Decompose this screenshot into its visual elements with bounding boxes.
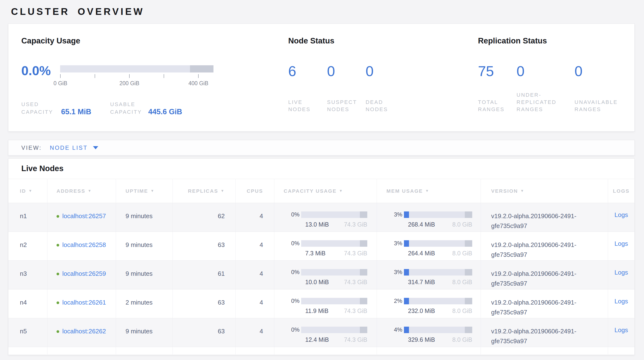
bar-nonusable-segment xyxy=(465,298,472,304)
empty-cell xyxy=(48,347,116,354)
axis-tick-label: 400 GiB xyxy=(188,80,208,87)
bar-nonusable-segment xyxy=(360,240,367,247)
node-uptime: 2 minutes xyxy=(116,289,173,318)
suspect-nodes-label: SUSPECT NODES xyxy=(327,99,356,113)
node-mem-usage-cell: 3% 268.4 MiB8.0 GiB xyxy=(377,203,481,232)
node-uptime: 9 minutes xyxy=(116,232,173,260)
logs-link[interactable]: Logs xyxy=(614,298,628,305)
chevron-down-icon xyxy=(93,146,98,149)
column-label: REPLICAS xyxy=(188,188,218,194)
node-replicas: 63 xyxy=(173,318,236,347)
column-header-id[interactable]: ID▼ xyxy=(8,179,48,203)
sort-desc-icon: ▼ xyxy=(425,189,429,193)
column-label: UPTIME xyxy=(126,188,148,194)
node-uptime: 9 minutes xyxy=(116,203,173,232)
logs-link[interactable]: Logs xyxy=(614,326,628,334)
column-header-address[interactable]: ADDRESS▼ xyxy=(48,179,116,203)
node-replicas: 62 xyxy=(173,203,236,232)
bar-fill xyxy=(404,327,409,333)
node-address-link[interactable]: localhost:26261 xyxy=(62,299,106,306)
column-header-replicas[interactable]: REPLICAS▼ xyxy=(173,179,236,203)
bar-nonusable-segment xyxy=(465,269,472,276)
view-selected-value: NODE LIST xyxy=(50,144,88,151)
column-header-version[interactable]: VERSION▼ xyxy=(481,179,608,203)
used-capacity-label: USED CAPACITY xyxy=(21,101,61,116)
capacity-percent-label: 0% xyxy=(284,211,300,218)
capacity-percent-label: 0% xyxy=(284,298,300,304)
axis-tick xyxy=(164,74,164,78)
table-row: n1 localhost:26257 9 minutes 62 4 0% 13.… xyxy=(8,203,634,232)
table-header-row: ID▼ ADDRESS▼ UPTIME▼ REPLICAS▼ CPUS CAPA… xyxy=(8,179,634,203)
node-capacity-usage-cell: 0% 13.0 MiB74.3 GiB xyxy=(274,203,377,232)
bar-nonusable-segment xyxy=(465,212,472,218)
sort-desc-icon: ▼ xyxy=(221,189,225,193)
empty-cell xyxy=(608,347,634,354)
logs-link[interactable]: Logs xyxy=(614,269,628,276)
node-logs-cell: Logs xyxy=(608,203,634,232)
mem-total-value: 8.0 GiB xyxy=(452,250,472,257)
table-row: n5 localhost:26262 9 minutes 63 4 0% 12.… xyxy=(8,318,634,347)
logs-link[interactable]: Logs xyxy=(614,240,628,247)
replication-status-section: Replication Status 75 0 0 TOTAL RANGES U… xyxy=(478,36,634,131)
bar-fill xyxy=(404,212,409,218)
axis-tick xyxy=(129,74,130,78)
capacity-percent-label: 0% xyxy=(284,269,300,276)
column-header-uptime[interactable]: UPTIME▼ xyxy=(116,179,173,203)
node-address-link[interactable]: localhost:26258 xyxy=(62,241,106,248)
node-cpus: 4 xyxy=(236,260,274,289)
node-mem-usage-cell: 3% 314.7 MiB8.0 GiB xyxy=(377,260,481,289)
mem-used-value: 314.7 MiB xyxy=(408,279,435,286)
mem-bar xyxy=(404,298,472,304)
capacity-total-value: 74.3 GiB xyxy=(344,336,367,343)
node-id: n4 xyxy=(8,289,48,318)
node-replicas: 63 xyxy=(173,289,236,318)
capacity-used-value: 13.0 MiB xyxy=(305,221,329,228)
axis-tick-label: 200 GiB xyxy=(119,80,139,87)
mem-used-value: 268.4 MiB xyxy=(408,221,435,228)
column-header-cpus: CPUS xyxy=(236,179,274,203)
node-id: n1 xyxy=(8,203,48,232)
dead-nodes-count: 0 xyxy=(366,64,404,78)
node-address-link[interactable]: localhost:26259 xyxy=(62,270,106,277)
live-status-dot-icon xyxy=(56,273,59,275)
bar-nonusable-segment xyxy=(465,240,472,247)
suspect-nodes-count: 0 xyxy=(327,64,356,78)
node-status-title: Node Status xyxy=(288,36,478,45)
node-uptime: 9 minutes xyxy=(116,318,173,347)
node-cpus: 4 xyxy=(236,232,274,260)
live-nodes-table: ID▼ ADDRESS▼ UPTIME▼ REPLICAS▼ CPUS CAPA… xyxy=(8,179,634,354)
node-cpus: 4 xyxy=(236,318,274,347)
mem-bar xyxy=(404,212,472,218)
node-mem-usage-cell: 3% 264.4 MiB8.0 GiB xyxy=(377,232,481,260)
capacity-percent: 0.0% xyxy=(21,64,60,78)
bar-nonusable-segment xyxy=(360,298,367,304)
live-nodes-card: Live Nodes ID▼ ADDRESS▼ UPTIME▼ REPLICAS… xyxy=(8,158,635,355)
logs-link[interactable]: Logs xyxy=(614,211,628,218)
capacity-usage-title: Capacity Usage xyxy=(21,36,288,45)
node-logs-cell: Logs xyxy=(608,318,634,347)
capacity-bar xyxy=(301,212,367,218)
mem-bar xyxy=(404,269,472,276)
total-ranges-label: TOTAL RANGES xyxy=(478,99,509,113)
node-logs-cell: Logs xyxy=(608,260,634,289)
capacity-used-value: 12.4 MiB xyxy=(305,336,329,343)
sort-desc-icon: ▼ xyxy=(150,189,154,193)
view-selector-dropdown[interactable]: NODE LIST xyxy=(50,144,98,151)
column-header-mem-usage[interactable]: MEM USAGE▼ xyxy=(377,179,481,203)
node-logs-cell: Logs xyxy=(608,289,634,318)
view-label: VIEW: xyxy=(21,144,42,151)
live-status-dot-icon xyxy=(56,244,59,247)
mem-total-value: 8.0 GiB xyxy=(452,307,472,314)
node-capacity-usage-cell: 0% 10.0 MiB74.3 GiB xyxy=(274,260,377,289)
table-row: n4 localhost:26261 2 minutes 63 4 0% 11.… xyxy=(8,289,634,318)
mem-used-value: 232.0 MiB xyxy=(408,307,435,314)
column-header-capacity-usage[interactable]: CAPACITY USAGE▼ xyxy=(274,179,377,203)
sort-desc-icon: ▼ xyxy=(28,189,32,193)
node-address-link[interactable]: localhost:26257 xyxy=(62,212,106,220)
node-address-link[interactable]: localhost:26262 xyxy=(62,328,106,335)
total-ranges-count: 75 xyxy=(478,64,509,78)
node-cpus: 4 xyxy=(236,203,274,232)
column-label: ADDRESS xyxy=(56,188,85,194)
node-mem-usage-cell: 2% 232.0 MiB8.0 GiB xyxy=(377,289,481,318)
capacity-used-value: 10.0 MiB xyxy=(305,279,329,286)
